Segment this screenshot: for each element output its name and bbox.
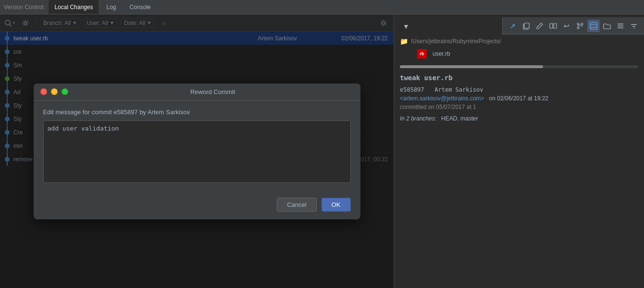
file-tree-file-item[interactable]: rb user.rb: [409, 48, 638, 60]
collapse-all-button[interactable]: [628, 20, 640, 32]
right-panel: ▼ 📁 /Users/jetbrains/RubymineProjects/ r…: [394, 14, 644, 288]
scrollbar-track[interactable]: [400, 65, 638, 68]
svg-point-10: [577, 27, 579, 29]
tab-log[interactable]: Log: [100, 0, 122, 14]
dialog-titlebar: Reword Commit: [34, 84, 360, 101]
file-tree: 📁 /Users/jetbrains/RubymineProjects/ rb …: [400, 36, 638, 60]
version-control-label: Version Control:: [4, 4, 45, 11]
commit-email: <artem.sarkisov@jetbrains.com>: [400, 95, 484, 102]
dialog-footer: Cancel OK: [34, 192, 360, 219]
commit-info-email-line: <artem.sarkisov@jetbrains.com> on 02/06/…: [400, 95, 638, 102]
highlight-button[interactable]: [587, 20, 600, 32]
commit-info: tweak user.rb e585897 Artem Sarkisov <ar…: [400, 74, 638, 122]
tab-bar: Version Control: Local Changes Log Conso…: [0, 0, 644, 14]
svg-point-9: [581, 23, 583, 25]
main-layout: ▼ Branch: All ▼ User: All ▼ Date: All ▼: [0, 14, 644, 288]
ruby-file-icon: rb: [417, 49, 427, 59]
left-panel: ▼ Branch: All ▼ User: All ▼ Date: All ▼: [0, 14, 394, 288]
window-maximize-button[interactable]: [62, 88, 68, 95]
right-side-toolbar: ↗ ↩: [502, 17, 644, 35]
dialog-description: Edit message for commit e585897 by Artem…: [43, 108, 351, 116]
reword-commit-dialog: Reword Commit Edit message for commit e5…: [34, 84, 360, 219]
commit-info-committed: committed on 05/07/2017 at 1: [400, 104, 638, 110]
copy-button[interactable]: [520, 20, 533, 32]
dialog-title: Reword Commit: [72, 88, 354, 96]
window-minimize-button[interactable]: [51, 88, 58, 95]
scrollbar-thumb[interactable]: [400, 65, 543, 68]
file-tree-folder-item: 📁 /Users/jetbrains/RubymineProjects/: [400, 36, 638, 46]
tab-console[interactable]: Console: [124, 0, 156, 14]
file-tree-path: /Users/jetbrains/RubymineProjects/: [411, 38, 501, 45]
commit-author-name: Artem Sarkisov: [434, 86, 483, 93]
edit-button[interactable]: [533, 20, 546, 32]
commit-date-text: on 02/06/2017 at 19:22: [489, 95, 548, 102]
arrow-icon[interactable]: ↗: [507, 20, 519, 32]
window-close-button[interactable]: [40, 88, 47, 95]
svg-rect-5: [524, 23, 529, 28]
expand-button[interactable]: ▼: [400, 20, 412, 33]
file-tree-filename: user.rb: [433, 50, 450, 57]
cancel-button[interactable]: Cancel: [277, 198, 316, 212]
commit-hash: e585897: [400, 86, 424, 93]
folder-button[interactable]: [601, 20, 613, 32]
branch-button[interactable]: [574, 20, 586, 32]
svg-rect-6: [550, 24, 553, 28]
commit-message-textarea[interactable]: add user validation: [43, 120, 351, 183]
dialog-body: Edit message for commit e585897 by Artem…: [34, 101, 360, 192]
diff-button[interactable]: [547, 20, 559, 32]
svg-rect-11: [590, 23, 597, 29]
ok-button[interactable]: OK: [322, 198, 351, 212]
tab-local-changes[interactable]: Local Changes: [49, 0, 99, 14]
folder-icon: 📁: [400, 37, 408, 45]
svg-rect-7: [554, 24, 557, 28]
expand-all-button[interactable]: [614, 20, 627, 32]
commit-info-title: tweak user.rb: [400, 74, 638, 82]
commit-info-hash-line: e585897 Artem Sarkisov: [400, 86, 638, 93]
commit-info-branches: In 2 branches: HEAD, master: [400, 115, 638, 122]
revert-button[interactable]: ↩: [560, 20, 573, 32]
branches-label: In 2 branches:: [400, 115, 436, 122]
branches-value: HEAD, master: [441, 115, 478, 122]
dialog-overlay: Reword Commit Edit message for commit e5…: [0, 14, 394, 288]
